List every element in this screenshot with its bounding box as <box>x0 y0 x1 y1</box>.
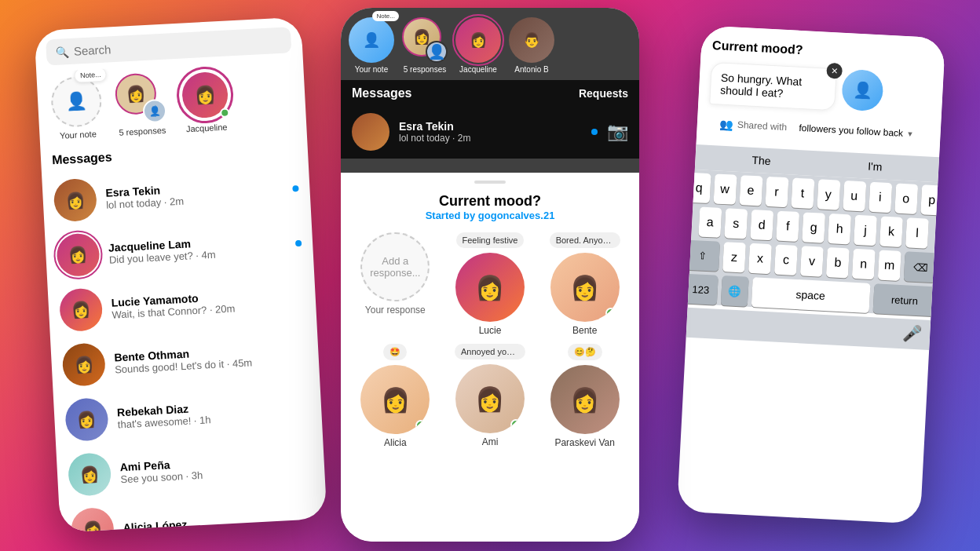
key-x[interactable]: x <box>748 243 772 274</box>
mood-cell-lucie[interactable]: Feeling festive 👩 Lucie <box>447 232 534 336</box>
story-your-note[interactable]: 👤 Note... Your note <box>48 75 106 141</box>
key-f[interactable]: f <box>776 211 799 242</box>
modal-started-by[interactable]: gogoncalves.21 <box>478 210 555 221</box>
mid-story-5-responses[interactable]: 👩 👤 5 responses <box>402 17 448 74</box>
mid-story-antonio[interactable]: 👨 Antonio B <box>509 17 554 74</box>
key-d[interactable]: d <box>750 210 773 240</box>
chevron-down-icon[interactable]: ▾ <box>908 129 913 139</box>
mid-story-label-jacq: Jacqueline <box>459 65 497 74</box>
middle-msg-row[interactable]: Esra Tekin lol not today · 2m 📷 <box>341 105 639 159</box>
key-l[interactable]: l <box>905 217 929 248</box>
keyboard-rows: q w e r t y u i o p a s d f g h j k <box>688 170 938 316</box>
key-n[interactable]: n <box>852 249 876 279</box>
suggestion-the[interactable]: The <box>745 151 777 169</box>
msg-avatar-esra: 👩 <box>53 178 97 223</box>
emoji-key[interactable]: 🌐 <box>720 276 748 307</box>
stories-row-left: 👤 Note... Your note 👩 👤 5 responses � <box>36 58 307 149</box>
mid-story-jacqueline[interactable]: 👩 Jacqueline <box>455 17 501 74</box>
mood-bubble-lucie: Feeling festive <box>456 232 525 248</box>
middle-header-row: Messages Requests <box>341 80 639 105</box>
camera-icon[interactable]: 📷 <box>607 122 628 142</box>
story-label-5-responses: 5 responses <box>119 126 166 137</box>
key-m[interactable]: m <box>878 250 901 280</box>
key-t[interactable]: t <box>791 178 814 209</box>
story-label-your-note: Your note <box>60 129 97 140</box>
note-bubble-left: Note... <box>75 68 107 83</box>
key-k[interactable]: k <box>879 217 903 247</box>
mood-cell-ami[interactable]: Annoyed you know who 👩 Ami <box>447 344 534 448</box>
unread-dot-esra <box>292 185 298 192</box>
key-s[interactable]: s <box>724 208 748 239</box>
mood-cell-alicia[interactable]: 🤩 👩 Alicia <box>352 344 439 448</box>
story-5-responses[interactable]: 👩 👤 5 responses <box>112 72 170 138</box>
mood-bubble-ami: Annoyed you know who <box>455 344 525 359</box>
mood-label-lucie: Lucie <box>479 325 502 336</box>
mood-av-your-response: Add a response... <box>360 232 430 301</box>
mid-msg-info-esra: Esra Tekin lol not today · 2m <box>399 120 582 144</box>
key-r[interactable]: r <box>765 177 788 207</box>
key-y[interactable]: y <box>817 179 840 210</box>
key-q[interactable]: q <box>687 173 711 203</box>
shift-key[interactable]: ⇧ <box>686 240 720 272</box>
multi-avatar-5: 👩 👤 <box>115 72 167 125</box>
key-v[interactable]: v <box>800 246 824 276</box>
mid-story-av-antonio: 👨 <box>509 17 554 63</box>
key-j[interactable]: j <box>854 215 877 246</box>
left-screen: 🔍 👤 Note... Your note 👩 👤 <box>34 17 327 533</box>
key-u[interactable]: u <box>843 181 866 211</box>
right-top: Current mood? ✕ So hungry. What should I… <box>696 25 945 157</box>
msg-avatar-rebekah: 👩 <box>64 397 109 442</box>
right-screen: Current mood? ✕ So hungry. What should I… <box>677 25 945 524</box>
mood-bubble-alicia: 🤩 <box>383 344 407 360</box>
mood-label-paraskevi: Paraskevi Van <box>554 437 614 448</box>
key-o[interactable]: o <box>894 183 918 213</box>
key-b[interactable]: b <box>826 247 850 278</box>
mood-bubble-paraskevi: 😊🤔 <box>568 344 602 360</box>
mood-cell-your-response[interactable]: Add a response... Your response <box>352 232 439 336</box>
num-key[interactable]: 123 <box>683 274 718 305</box>
mid-story-av-5resp-sub: 👤 <box>426 41 448 63</box>
msg-avatar-lucie: 👩 <box>59 287 104 332</box>
online-indicator-jacqueline <box>220 108 230 118</box>
mid-story-label-antonio: Antonio B <box>514 65 548 74</box>
mood-bubble-bente: Bored. Anyone wanna chat? <box>550 232 620 248</box>
delete-key[interactable]: ⌫ <box>904 251 938 283</box>
search-bar[interactable]: 🔍 <box>46 27 291 65</box>
close-note-button[interactable]: ✕ <box>826 63 843 79</box>
middle-top-bg: 👤 Note... Your note 👩 👤 5 responses <box>341 8 639 173</box>
return-key[interactable]: return <box>872 283 937 316</box>
followers-label[interactable]: followers you follow back <box>799 122 903 139</box>
key-h[interactable]: h <box>828 213 851 244</box>
search-input[interactable] <box>73 34 282 58</box>
mood-cell-paraskevi[interactable]: 😊🤔 👩 Paraskevi Van <box>541 344 628 448</box>
search-icon: 🔍 <box>56 46 70 59</box>
shared-info: 👥 Shared with followers you follow back … <box>708 117 930 151</box>
mood-cell-bente[interactable]: Bored. Anyone wanna chat? 👩 Bente <box>541 232 628 336</box>
key-e[interactable]: e <box>739 175 762 206</box>
key-g[interactable]: g <box>802 212 825 243</box>
story-avatar-your-note: 👤 <box>50 75 103 128</box>
modal-subtitle: Started by gogoncalves.21 <box>352 210 628 221</box>
key-a[interactable]: a <box>698 206 722 237</box>
space-key[interactable]: space <box>751 277 870 313</box>
key-z[interactable]: z <box>722 242 746 272</box>
online-dot-alicia <box>415 420 426 431</box>
online-dot-ami <box>510 419 521 430</box>
mid-story-av-note: 👤 Note... <box>349 17 394 63</box>
msg-name-alicia: Alicia López <box>122 511 316 532</box>
key-w[interactable]: w <box>713 173 737 204</box>
microphone-icon[interactable]: 🎤 <box>902 323 923 343</box>
story-jacqueline[interactable]: 👩 Jacqueline <box>176 68 234 134</box>
mid-story-your-note[interactable]: 👤 Note... Your note <box>349 17 394 74</box>
msg-avatar-alicia: 👩 <box>70 507 115 533</box>
unread-dot-jacqueline <box>295 240 302 246</box>
mid-requests-label[interactable]: Requests <box>579 87 628 100</box>
mood-label-ami: Ami <box>482 436 499 447</box>
key-c[interactable]: c <box>774 245 798 276</box>
suggestion-im[interactable]: I'm <box>861 158 889 175</box>
key-p[interactable]: p <box>920 184 944 215</box>
online-dot-bente <box>605 308 616 319</box>
followers-icon: 👥 <box>719 118 733 131</box>
add-response-text: Add a response... <box>362 250 428 283</box>
key-i[interactable]: i <box>868 182 892 213</box>
